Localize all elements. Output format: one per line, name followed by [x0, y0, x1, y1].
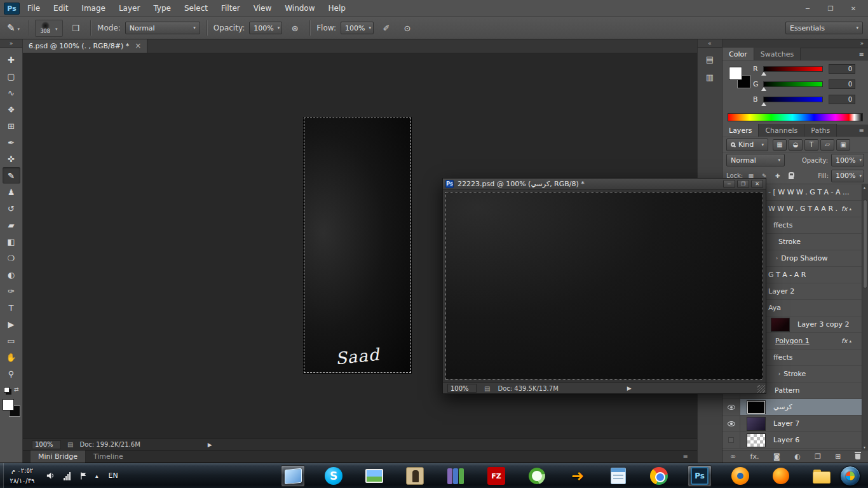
app-photoshop-button[interactable]: Ps [688, 465, 712, 487]
blend-mode-select[interactable]: Normal [125, 22, 200, 34]
filter-pixel-layers-icon[interactable]: ▦ [773, 139, 787, 151]
history-brush-tool[interactable]: ↺ [3, 200, 20, 217]
layer-thumbnail[interactable] [771, 318, 790, 332]
lock-all-icon[interactable] [785, 171, 796, 181]
lasso-tool[interactable]: ∿ [3, 85, 20, 101]
layer-visibility-toggle[interactable] [722, 416, 740, 431]
workspace-select[interactable]: Essentials [785, 22, 863, 34]
panel-dock-header[interactable]: » [722, 39, 868, 48]
layer-visibility-toggle[interactable] [722, 432, 740, 448]
layer-opacity-select[interactable]: 100% [831, 154, 864, 166]
start-button[interactable] [840, 466, 860, 486]
network-icon[interactable] [62, 471, 72, 480]
layer-effects-icon[interactable]: fx. [750, 452, 759, 461]
toolbar-header[interactable]: » [0, 39, 22, 48]
app-green-ring-button[interactable] [525, 465, 549, 487]
pen-tool[interactable]: ✑ [3, 283, 20, 299]
tab-color[interactable]: Color [722, 48, 754, 60]
menu-window[interactable]: Window [285, 4, 315, 13]
app-firefox-button[interactable] [728, 465, 752, 487]
app-folder-button[interactable] [810, 465, 834, 487]
brush-preset-picker[interactable]: 308 [35, 20, 63, 37]
swap-colors-icon[interactable]: ⇄ [14, 386, 19, 393]
minimize-button[interactable]: ─ [799, 4, 816, 13]
filter-smart-objects-icon[interactable]: ▣ [836, 139, 850, 151]
layer-fill-select[interactable]: 100% [831, 170, 864, 182]
flow-select[interactable]: 100% [341, 22, 374, 34]
slider-value-field[interactable]: 0 [829, 79, 855, 89]
new-adjustment-layer-icon[interactable]: ◐ [794, 452, 801, 461]
foreground-color-swatch[interactable] [729, 67, 742, 80]
layer-row[interactable]: كرسي [722, 399, 862, 416]
delete-layer-icon[interactable] [855, 454, 860, 459]
app-winrar-button[interactable] [444, 465, 468, 487]
filter-type-layers-icon[interactable]: T [804, 139, 818, 151]
link-layers-icon[interactable]: ∞ [730, 452, 736, 461]
filter-shape-layers-icon[interactable]: ▱ [820, 139, 834, 151]
slider-thumb[interactable] [761, 87, 766, 91]
tab-paths[interactable]: Paths [804, 124, 837, 137]
menu-edit[interactable]: Edit [53, 4, 68, 13]
canvas-document[interactable]: Saad [304, 118, 411, 373]
document-window-titlebar[interactable]: Ps 22223.psd @ 100% (كرسي, RGB/8) * ─ ❐ … [443, 179, 766, 190]
menu-help[interactable]: Help [329, 4, 346, 13]
slider-thumb[interactable] [761, 102, 766, 106]
app-blue-document-button[interactable] [606, 465, 630, 487]
layer-visibility-toggle[interactable] [722, 399, 740, 415]
menu-image[interactable]: Image [81, 4, 105, 13]
app-blue-glass-button[interactable] [281, 465, 305, 487]
tablet-pressure-size-button[interactable]: ⊙ [399, 21, 416, 35]
new-layer-icon[interactable]: ⊞ [835, 452, 841, 461]
app-orange-arrow-button[interactable]: ➜ [566, 465, 590, 487]
tab-mini-bridge[interactable]: Mini Bridge [30, 451, 86, 463]
menu-file[interactable]: File [27, 4, 40, 13]
slider-track[interactable] [763, 81, 823, 87]
tab-channels[interactable]: Channels [759, 124, 804, 137]
eyedropper-tool[interactable]: ✒ [3, 134, 20, 151]
layer-fx-badge[interactable]: fx [837, 337, 851, 344]
move-tool[interactable]: ✚ [3, 51, 20, 68]
speaker-icon[interactable] [46, 471, 55, 480]
language-indicator[interactable]: EN [109, 471, 118, 480]
rectangular-marquee-tool[interactable]: ▢ [3, 68, 20, 85]
menu-select[interactable]: Select [184, 4, 208, 13]
tablet-pressure-opacity-button[interactable]: ⊛ [287, 21, 303, 35]
doc-maximize-button[interactable]: ❐ [737, 180, 749, 188]
layer-filter-kind-select[interactable]: Kind [726, 139, 768, 151]
blur-tool[interactable]: ❍ [3, 250, 20, 266]
type-tool[interactable]: T [3, 299, 20, 316]
slider-thumb[interactable] [761, 72, 766, 76]
hand-tool[interactable]: ✋ [3, 349, 20, 365]
color-spectrum-ramp[interactable] [728, 113, 863, 121]
app-photo-viewer-button[interactable] [362, 465, 386, 487]
layer-mask-icon[interactable]: ◙ [773, 452, 780, 461]
airbrush-button[interactable]: ✐ [378, 21, 395, 35]
slider-track[interactable] [763, 66, 823, 72]
app-game-button[interactable] [403, 465, 427, 487]
properties-panel-icon[interactable]: ▥ [700, 69, 719, 85]
healing-brush-tool[interactable]: ✜ [3, 151, 20, 167]
zoom-level-field[interactable]: 100% [447, 384, 477, 393]
app-orange-ball-button[interactable] [769, 465, 793, 487]
menu-filter[interactable]: Filter [221, 4, 240, 13]
slider-value-field[interactable]: 0 [829, 64, 855, 74]
floating-document-window[interactable]: Ps 22223.psd @ 100% (كرسي, RGB/8) * ─ ❐ … [442, 178, 766, 394]
tab-layers[interactable]: Layers [722, 124, 759, 137]
brush-tool[interactable]: ✎ [3, 167, 20, 184]
path-selection-tool[interactable]: ▶ [3, 316, 20, 332]
layer-row[interactable]: Layer 6 [722, 432, 862, 449]
quick-selection-tool[interactable]: ❖ [3, 101, 20, 118]
taskbar-clock[interactable]: ٠٢:٥٢ م ٢٨/١٠/٣٩ [4, 466, 41, 486]
floating-canvas-document[interactable] [445, 192, 763, 380]
app-chrome-button[interactable] [647, 465, 671, 487]
gradient-tool[interactable]: ◧ [3, 233, 20, 250]
crop-tool[interactable]: ⊞ [3, 118, 20, 134]
layers-scrollbar[interactable] [862, 184, 868, 450]
close-button[interactable]: ✕ [845, 4, 862, 13]
action-center-flag-icon[interactable] [79, 471, 88, 480]
layer-row[interactable]: Layer 7 [722, 416, 862, 432]
layer-blend-mode-select[interactable]: Normal [726, 154, 785, 166]
layer-thumbnail[interactable] [747, 433, 766, 447]
tab-close-icon[interactable]: × [135, 41, 141, 50]
show-hidden-icons-button[interactable]: ▴ [95, 473, 98, 479]
